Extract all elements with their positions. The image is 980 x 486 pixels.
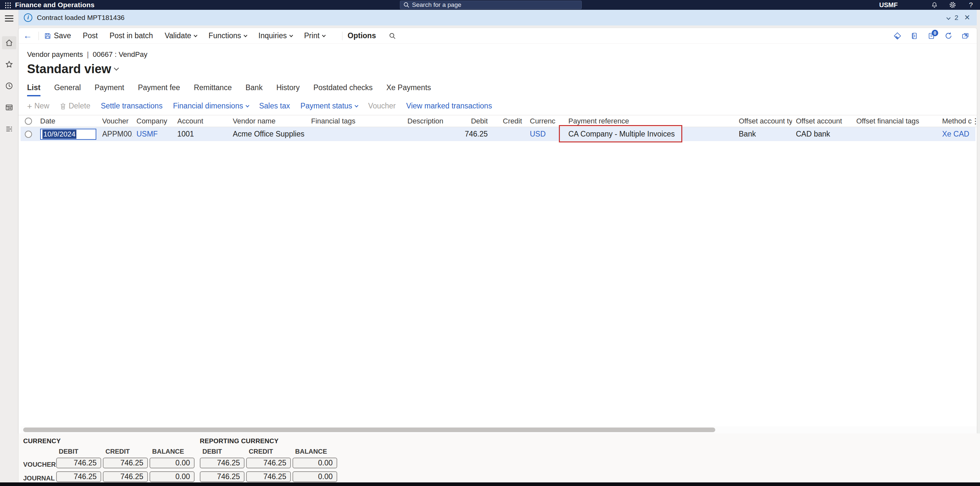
delete-button[interactable]: Delete	[60, 102, 90, 110]
new-button[interactable]: + New	[27, 102, 49, 110]
column-header-account[interactable]: Account	[173, 117, 229, 126]
message-expand-chevron-down-icon[interactable]	[947, 16, 951, 20]
column-header-description[interactable]: Description	[404, 117, 457, 126]
tab-postdated-checks[interactable]: Postdated checks	[313, 83, 373, 96]
voucher-currency-debit-value: 746.25	[56, 457, 101, 468]
favorites-star-icon[interactable]	[2, 58, 16, 71]
refresh-icon[interactable]	[943, 31, 953, 41]
tab-bank[interactable]: Bank	[245, 83, 262, 96]
column-header-currency[interactable]: Currency	[526, 117, 555, 126]
tab-remittance[interactable]: Remittance	[194, 83, 232, 96]
column-header-vendor-name[interactable]: Vendor name	[229, 117, 307, 126]
currency-cell[interactable]: USD	[526, 130, 555, 139]
options-button[interactable]: Options	[348, 31, 376, 40]
home-icon[interactable]	[2, 36, 16, 49]
view-selector-chevron-down-icon	[114, 65, 119, 71]
offset-account-cell[interactable]: CAD bank	[792, 130, 852, 139]
journal-line-row[interactable]: 10/9/2024 APPM001... USMF 1001 Acme Offi…	[21, 127, 975, 141]
company-picker-button[interactable]: USMF	[875, 0, 902, 10]
horizontal-scrollbar-thumb[interactable]	[23, 427, 715, 432]
message-bar-controls: 2 ✕	[947, 13, 972, 22]
delete-label: Delete	[68, 102, 90, 110]
horizontal-scrollbar	[21, 426, 977, 433]
tab-payment[interactable]: Payment	[95, 83, 124, 96]
column-header-method-of-payment[interactable]: Method c	[932, 117, 972, 126]
voucher-button[interactable]: Voucher	[368, 102, 396, 110]
power-apps-icon[interactable]	[892, 31, 902, 41]
open-in-new-window-icon[interactable]	[961, 31, 970, 41]
notifications-bell-icon[interactable]	[925, 0, 943, 10]
settle-transactions-button[interactable]: Settle transactions	[101, 102, 162, 110]
validate-menu-button[interactable]: Validate	[164, 31, 197, 40]
app-launcher-waffle-icon[interactable]	[0, 0, 15, 10]
settings-gear-icon[interactable]	[943, 0, 962, 10]
help-icon[interactable]: ?	[962, 0, 980, 10]
view-marked-transactions-button[interactable]: View marked transactions	[406, 102, 492, 110]
column-header-financial-tags[interactable]: Financial tags	[307, 117, 404, 126]
post-button[interactable]: Post	[83, 31, 98, 40]
row-select-radio[interactable]	[25, 131, 32, 138]
tab-payment-fee[interactable]: Payment fee	[138, 83, 180, 96]
method-of-payment-cell[interactable]: Xe CAD	[932, 130, 972, 139]
totals-corner-spacer	[23, 448, 54, 457]
column-header-credit[interactable]: Credit	[492, 117, 526, 126]
attachment-count-badge: 0	[932, 30, 938, 36]
attachments-icon[interactable]: 0	[926, 31, 936, 41]
tab-general[interactable]: General	[54, 83, 81, 96]
toolbar-right-icons: 0	[892, 31, 970, 41]
select-all-column	[21, 118, 36, 125]
column-header-date[interactable]: Date	[36, 117, 98, 126]
recent-clock-icon[interactable]	[2, 80, 16, 92]
grid-header-row: Date Voucher Company Account Vendor name…	[21, 115, 977, 127]
office-apps-icon[interactable]	[910, 31, 919, 41]
voucher-row-label: VOUCHER	[23, 457, 54, 471]
date-value-selected: 10/9/2024	[43, 130, 76, 139]
tab-list[interactable]: List	[27, 83, 40, 96]
account-cell[interactable]: 1001	[173, 130, 229, 139]
reporting-currency-totals-group: REPORTING CURRENCY DEBIT CREDIT BALANCE …	[200, 437, 337, 483]
search-input[interactable]: Search for a page	[400, 1, 582, 9]
payment-reference-cell[interactable]: CA Company - Multiple Invoices	[555, 130, 735, 139]
select-all-radio[interactable]	[25, 118, 32, 125]
company-cell[interactable]: USMF	[132, 130, 173, 139]
column-header-offset-account-type[interactable]: Offset account type	[735, 117, 792, 126]
finance-and-operations-app: Finance and Operations Search for a page…	[0, 0, 980, 486]
save-button[interactable]: Save	[44, 31, 71, 40]
column-header-offset-account[interactable]: Offset account	[792, 117, 852, 126]
row-select-column	[21, 131, 36, 138]
column-header-debit[interactable]: Debit	[457, 117, 492, 126]
tab-history[interactable]: History	[276, 83, 300, 96]
column-header-company[interactable]: Company	[132, 117, 173, 126]
inquiries-menu-button[interactable]: Inquiries	[259, 31, 293, 40]
functions-menu-button[interactable]: Functions	[208, 31, 247, 40]
toolbar-search-icon[interactable]	[389, 33, 396, 39]
column-header-voucher[interactable]: Voucher	[98, 117, 132, 126]
grid-more-options-icon[interactable]: ⋮	[972, 116, 980, 126]
action-pane-toolbar: ← Save Post Post in batch Validate Funct…	[19, 28, 977, 44]
grid-empty-area	[21, 141, 977, 426]
post-in-batch-button[interactable]: Post in batch	[109, 31, 153, 40]
breadcrumb-page-name[interactable]: Vendor payments	[27, 50, 83, 59]
debit-cell[interactable]: 746.25	[457, 130, 492, 139]
breadcrumb: Vendor payments | 00667 : VendPay	[27, 50, 977, 59]
voucher-cell[interactable]: APPM001...	[98, 130, 132, 139]
back-button[interactable]: ←	[23, 31, 32, 41]
modules-list-icon[interactable]	[2, 123, 16, 135]
tab-xe-payments[interactable]: Xe Payments	[387, 83, 431, 96]
currency-credit-header: CREDIT	[103, 448, 148, 457]
voucher-currency-credit-value: 746.25	[103, 457, 148, 468]
column-header-payment-reference[interactable]: Payment reference	[555, 117, 735, 126]
date-field[interactable]: 10/9/2024	[40, 129, 96, 140]
column-header-offset-financial-tags[interactable]: Offset financial tags	[852, 117, 932, 126]
financial-dimensions-menu-button[interactable]: Financial dimensions	[173, 102, 249, 110]
workspaces-window-icon[interactable]	[2, 101, 16, 114]
payment-status-label: Payment status	[300, 102, 352, 110]
view-selector[interactable]: Standard view	[27, 62, 977, 76]
offset-account-type-cell[interactable]: Bank	[735, 130, 792, 139]
message-close-icon[interactable]: ✕	[963, 13, 972, 22]
payment-status-menu-button[interactable]: Payment status	[300, 102, 358, 110]
print-menu-button[interactable]: Print	[304, 31, 325, 40]
vendor-name-cell[interactable]: Acme Office Supplies	[229, 130, 307, 139]
sales-tax-button[interactable]: Sales tax	[259, 102, 290, 110]
expand-navigation-hamburger-icon[interactable]	[5, 14, 13, 23]
